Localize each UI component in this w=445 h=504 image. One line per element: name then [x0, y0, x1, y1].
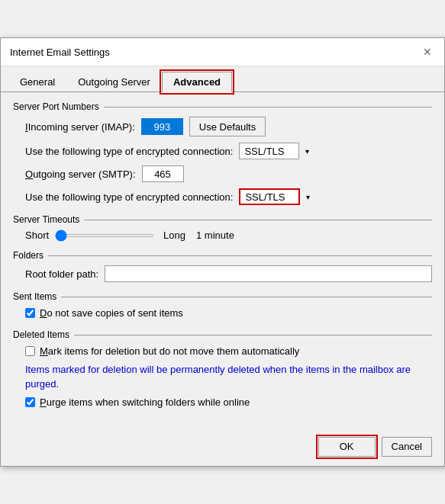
- timeout-slider[interactable]: [55, 234, 154, 237]
- outgoing-server-input[interactable]: [142, 165, 184, 182]
- short-label: Short: [25, 230, 49, 241]
- encryption-select-wrap-2: SSL/TLS None TLS Auto ▾: [239, 188, 315, 205]
- root-folder-label: Root folder path:: [25, 268, 98, 280]
- root-folder-input[interactable]: [105, 265, 432, 282]
- incoming-server-input[interactable]: [141, 118, 183, 135]
- sent-items-section: Sent Items Do not save copies of sent it…: [13, 291, 432, 320]
- server-timeouts-title: Server Timeouts: [13, 214, 432, 225]
- internet-email-settings-dialog: Internet Email Settings ✕ General Outgoi…: [0, 37, 445, 467]
- close-button[interactable]: ✕: [420, 44, 435, 59]
- deletion-info-text: Items marked for deletion will be perman…: [13, 363, 432, 390]
- dialog-footer: OK Cancel: [1, 431, 444, 466]
- sent-items-title: Sent Items: [13, 291, 432, 302]
- server-port-numbers-title: Server Port Numbers: [13, 101, 432, 112]
- no-save-sent-label: Do not save copies of sent items: [40, 307, 183, 320]
- encryption-select-2[interactable]: SSL/TLS None TLS Auto: [239, 188, 315, 205]
- ok-button[interactable]: OK: [318, 437, 376, 457]
- purge-items-checkbox[interactable]: [25, 397, 35, 407]
- long-label: Long: [163, 230, 185, 241]
- timeout-value: 1 minute: [196, 230, 234, 241]
- mark-deletion-checkbox[interactable]: [25, 346, 35, 356]
- tab-general[interactable]: General: [8, 72, 66, 92]
- encryption-label-2: Use the following type of encrypted conn…: [25, 191, 233, 203]
- server-timeouts-section: Server Timeouts Short Long 1 minute: [13, 214, 432, 241]
- use-defaults-button[interactable]: Use Defaults: [189, 117, 266, 136]
- encryption-label-1: Use the following type of encrypted conn…: [25, 146, 233, 157]
- server-port-numbers-section: Server Port Numbers IIncoming server (IM…: [13, 101, 432, 205]
- outgoing-server-row: Outgoing server (SMTP):: [13, 165, 432, 182]
- dialog-title: Internet Email Settings: [10, 47, 110, 58]
- folders-title: Folders: [13, 250, 432, 261]
- title-bar: Internet Email Settings ✕: [1, 38, 444, 66]
- tab-bar: General Outgoing Server Advanced: [1, 66, 444, 92]
- purge-items-label: Purge items when switching folders while…: [40, 396, 250, 409]
- deleted-items-section: Deleted Items Mark items for deletion bu…: [13, 329, 432, 409]
- no-save-sent-checkbox[interactable]: [25, 308, 35, 318]
- incoming-server-label: IIncoming server (IMAP):: [25, 121, 135, 133]
- mark-deletion-label: Mark items for deletion but do not move …: [40, 345, 299, 358]
- outgoing-server-label: Outgoing server (SMTP):: [25, 169, 136, 180]
- encryption-select-1[interactable]: SSL/TLS None TLS Auto: [239, 143, 315, 159]
- tab-outgoing-server[interactable]: Outgoing Server: [66, 72, 162, 92]
- sent-items-checkbox-row: Do not save copies of sent items: [13, 307, 432, 320]
- folders-section: Folders Root folder path:: [13, 250, 432, 282]
- cancel-button[interactable]: Cancel: [382, 437, 432, 457]
- content-area: Server Port Numbers IIncoming server (IM…: [1, 92, 444, 431]
- encryption-row-2: Use the following type of encrypted conn…: [13, 188, 432, 205]
- timeout-slider-row: Short Long 1 minute: [13, 230, 432, 241]
- encryption-select-wrap-1: SSL/TLS None TLS Auto ▾: [239, 143, 315, 159]
- incoming-server-row: IIncoming server (IMAP): Use Defaults: [13, 117, 432, 136]
- mark-deletion-checkbox-row: Mark items for deletion but do not move …: [13, 345, 432, 358]
- deleted-items-title: Deleted Items: [13, 329, 432, 340]
- purge-checkbox-row: Purge items when switching folders while…: [13, 396, 432, 409]
- encryption-row-1: Use the following type of encrypted conn…: [13, 143, 432, 159]
- root-folder-row: Root folder path:: [13, 265, 432, 282]
- tab-advanced[interactable]: Advanced: [162, 72, 232, 92]
